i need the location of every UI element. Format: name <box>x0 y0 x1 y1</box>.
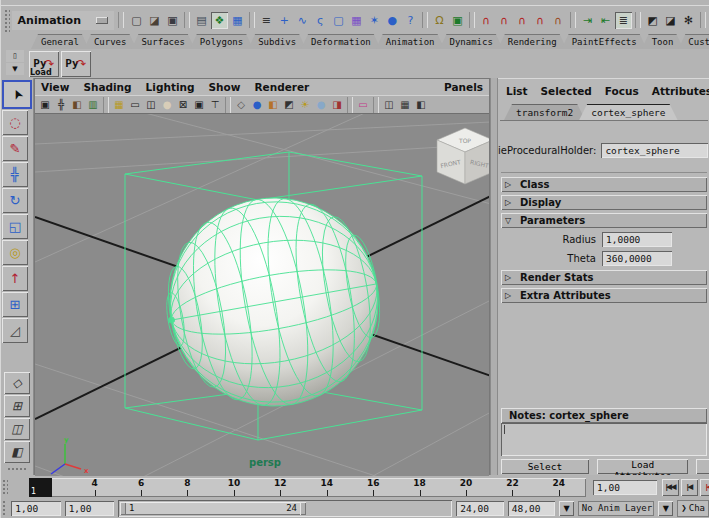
animation-end-field[interactable]: 48,00 <box>508 501 556 516</box>
sphere-object[interactable] <box>150 181 395 423</box>
lock-selection-icon[interactable]: Ω <box>431 12 448 29</box>
go-to-start-button[interactable]: |◀◀ <box>662 479 679 496</box>
shelf-tab[interactable]: Deformation <box>301 34 381 49</box>
save-scene-icon[interactable]: ▣ <box>164 12 181 29</box>
scale-tool[interactable]: ◱ <box>2 214 28 239</box>
frame-tick[interactable]: 4 <box>71 478 117 497</box>
shelf-tab[interactable]: Rendering <box>498 34 567 49</box>
snap-point-icon[interactable]: ∩ <box>514 12 531 29</box>
viewport-canvas[interactable]: TOP FRONT RIGHT y z x persp <box>35 114 489 476</box>
copy-tab-button-partial[interactable] <box>696 459 709 474</box>
frame-tick[interactable]: 24 <box>536 478 582 497</box>
frame-tick[interactable]: 10 <box>211 478 257 497</box>
shelf-tab[interactable]: Custom <box>678 34 709 49</box>
frame-tick[interactable]: 16 <box>350 478 396 497</box>
layout-persp-graph-button[interactable]: ◧ <box>4 441 30 463</box>
mask-curves2-icon[interactable]: ς <box>312 12 329 29</box>
shelf-tab[interactable]: Subdivs <box>248 34 306 49</box>
notes-header[interactable]: Notes: cortex_sphere <box>501 408 707 423</box>
load-attributes-button[interactable]: Load Attributes <box>597 459 689 474</box>
operations-list-icon[interactable]: ≣ <box>615 12 632 29</box>
bookmark-icon[interactable]: ◧ <box>69 97 85 112</box>
layout-persp-outliner-button[interactable]: ◫ <box>4 418 30 440</box>
resolution-gate-icon[interactable]: ◫ <box>143 97 159 112</box>
shelf-button-python-load[interactable]: Py↷ Load <box>29 51 59 77</box>
film-gate-icon[interactable]: ▭ <box>127 97 143 112</box>
node-tab[interactable]: cortex_sphere <box>579 104 677 120</box>
viewport-menu-item[interactable]: Renderer <box>254 81 309 93</box>
select-object-icon[interactable]: ❖ <box>211 12 228 29</box>
pan-zoom-icon[interactable]: ╬ <box>53 97 69 112</box>
render-current-frame-icon[interactable]: ◩ <box>644 12 661 29</box>
xray-icon[interactable]: ◨ <box>329 97 345 112</box>
frame-tick[interactable]: 8 <box>164 478 210 497</box>
hypergraph-panel-icon[interactable]: ◧ <box>413 97 429 112</box>
viewport-menu-item[interactable]: View <box>41 81 69 93</box>
render-settings-icon[interactable]: ✻ <box>680 12 697 29</box>
snap-curve-icon[interactable]: ∩ <box>496 12 513 29</box>
graph-panel-icon[interactable]: ▦ <box>397 97 413 112</box>
mask-curves-icon[interactable]: ∿ <box>294 12 311 29</box>
range-options-dropdown-icon[interactable]: ▼ <box>559 501 573 516</box>
character-set-menu-partial[interactable]: ❯ Cha <box>677 500 709 517</box>
attribute-editor-menu-item[interactable]: Selected <box>541 85 592 97</box>
field-chart-icon[interactable]: ⊠ <box>175 97 191 112</box>
anim-layer-dropdown-icon[interactable]: ▼ <box>658 501 673 516</box>
move-tool[interactable]: ╬ <box>2 162 28 187</box>
step-back-key-button[interactable]: |◀ <box>700 479 709 496</box>
shelf-button-python[interactable]: Py↷ <box>61 51 91 77</box>
input-connections-icon[interactable]: ⇥ <box>579 12 596 29</box>
current-frame-marker[interactable]: 1 <box>29 478 52 497</box>
mask-misc-icon[interactable]: ? <box>402 12 419 29</box>
viewport-camera-icon[interactable]: ▣ <box>37 97 53 112</box>
selection-mask-combo-icon[interactable]: ≡ <box>258 12 275 29</box>
safe-action-icon[interactable]: ▣ <box>191 97 207 112</box>
outliner-panel-icon[interactable]: ◫ <box>381 97 397 112</box>
frame-tick[interactable]: 14 <box>304 478 350 497</box>
step-back-frame-button[interactable]: |◀ <box>681 479 698 496</box>
lasso-select-tool[interactable]: ◌ <box>2 110 28 135</box>
ipr-render-icon[interactable]: ◪ <box>662 12 679 29</box>
mask-deformations-icon[interactable]: ▦ <box>348 12 365 29</box>
select-component-icon[interactable]: ▦ <box>229 12 246 29</box>
node-tab[interactable]: transform2 <box>504 104 585 120</box>
mask-points-icon[interactable]: + <box>276 12 293 29</box>
animation-start-field[interactable]: 1,00 <box>11 501 60 516</box>
layout-four-pane-button[interactable]: ⊞ <box>4 395 30 417</box>
frame-tick[interactable]: 18 <box>396 478 442 497</box>
mask-dynamics-icon[interactable]: ✶ <box>366 12 383 29</box>
rotate-tool[interactable]: ↻ <box>2 188 28 213</box>
attribute-editor-menu-item[interactable]: List <box>506 85 528 97</box>
section-render-stats[interactable]: ▷ Render Stats <box>501 270 707 285</box>
playback-start-field[interactable]: 1,00 <box>65 501 114 516</box>
shelf-tab[interactable]: Curves <box>84 34 137 49</box>
section-display[interactable]: ▷ Display <box>501 195 707 210</box>
menu-set-dropdown[interactable]: Animation <box>12 11 114 30</box>
viewport-menu-item[interactable]: Show <box>209 81 241 93</box>
playback-end-field[interactable]: 24,00 <box>456 501 504 516</box>
shelf-tab[interactable]: Animation <box>376 34 445 49</box>
wireframe-mode-icon[interactable]: ◇ <box>233 97 249 112</box>
anim-layer-selector[interactable]: No Anim Layer <box>578 501 654 516</box>
viewport-menu-item[interactable]: Lighting <box>146 81 195 93</box>
section-class[interactable]: ▷ Class <box>501 177 707 192</box>
select-hierarchy-icon[interactable]: ▤ <box>193 12 210 29</box>
range-end-grip[interactable] <box>300 502 306 515</box>
viewport-menu-item[interactable]: Shading <box>83 81 131 93</box>
shelf-tab[interactable]: Surfaces <box>131 34 194 49</box>
shelf-tab[interactable]: Dynamics <box>440 34 503 49</box>
node-name-field[interactable]: cortex_sphere <box>601 143 708 158</box>
viewport-menu-panels[interactable]: Panels <box>444 81 483 93</box>
shelf-tab[interactable]: Polygons <box>190 34 253 49</box>
section-parameters[interactable]: ▽ Parameters <box>501 213 707 228</box>
shadows-icon[interactable]: ● <box>313 97 329 112</box>
new-scene-icon[interactable]: ▢ <box>128 12 145 29</box>
gate-mask-icon[interactable]: ● <box>159 97 175 112</box>
soft-modification-tool[interactable]: ↑ <box>2 266 28 291</box>
toolbox-drag-handle[interactable] <box>6 466 28 472</box>
theta-field[interactable]: 360,0000 <box>602 251 672 266</box>
safe-title-icon[interactable]: ⊤ <box>207 97 223 112</box>
last-tool-used[interactable]: ◿ <box>2 318 28 343</box>
layout-single-pane-button[interactable]: ◇ <box>4 372 30 394</box>
view-cube-gizmo[interactable]: TOP FRONT RIGHT <box>437 128 489 184</box>
